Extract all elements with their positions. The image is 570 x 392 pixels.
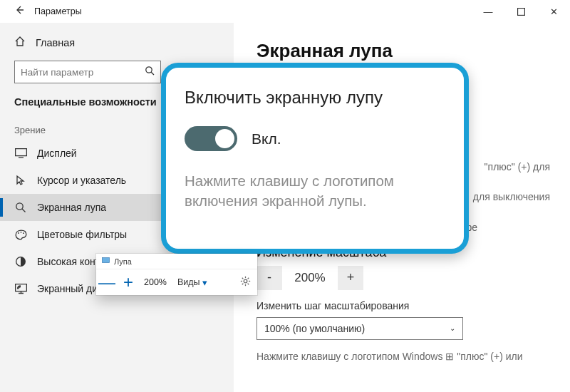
magnifier-toggle[interactable] — [185, 126, 237, 151]
overlay-heading: Включить экранную лупу — [185, 88, 445, 108]
magnifier-toolbar-row: — + 200% Виды ▾ — [96, 269, 257, 295]
chevron-down-icon: ⌄ — [450, 324, 455, 332]
contrast-icon — [14, 255, 27, 268]
titlebar-left: Параметры — [0, 0, 82, 23]
bottom-hint: Нажмите клавишу с логотипом Windows ⊞ "п… — [256, 350, 556, 364]
svg-point-6 — [23, 232, 24, 234]
page-title: Экранная лупа — [256, 40, 556, 62]
magnifier-toolbar-title: Лупа — [114, 257, 132, 266]
magnifier-settings-button[interactable] — [233, 276, 257, 289]
display-icon — [14, 147, 27, 160]
magnifier-views-menu[interactable]: Виды ▾ — [172, 277, 213, 288]
narrator-icon — [14, 282, 27, 295]
zoom-value: 200% — [285, 266, 335, 290]
close-button[interactable]: ✕ — [537, 0, 570, 23]
magnifier-app-icon — [102, 257, 110, 266]
magnifier-zoom-value: 200% — [139, 277, 172, 287]
cursor-icon — [14, 174, 27, 187]
home-button[interactable]: Главная — [0, 30, 234, 55]
gear-icon — [240, 276, 251, 289]
zoom-in-button[interactable]: + — [338, 266, 363, 290]
svg-point-10 — [244, 279, 247, 283]
toggle-label: Вкл. — [252, 130, 281, 148]
window-title: Параметры — [34, 6, 82, 16]
search-field[interactable] — [21, 67, 145, 78]
home-label: Главная — [36, 37, 75, 48]
svg-rect-9 — [103, 257, 110, 262]
svg-point-4 — [18, 232, 19, 234]
sidebar-item-label: Цветовые фильтры — [37, 229, 127, 240]
magnifier-zoom-in-button[interactable]: + — [118, 269, 139, 295]
maximize-button[interactable] — [504, 0, 537, 23]
zoom-step-select[interactable]: 100% (по умолчанию) ⌄ — [256, 317, 463, 340]
svg-rect-8 — [15, 284, 26, 291]
svg-rect-0 — [517, 8, 524, 15]
magnifier-toolbar[interactable]: Лупа — + 200% Виды ▾ — [96, 254, 257, 295]
toggle-row: Вкл. — [185, 126, 445, 151]
back-icon[interactable] — [14, 5, 24, 18]
minimize-button[interactable]: — — [472, 0, 504, 23]
zoom-stepper: - 200% + — [256, 266, 556, 290]
magnifier-icon — [14, 201, 27, 214]
sidebar-item-label: Экранная лупа — [37, 202, 106, 213]
palette-icon — [14, 228, 27, 241]
zoom-step-value: 100% (по умолчанию) — [264, 323, 365, 334]
home-icon — [14, 36, 26, 49]
dropdown-caret-icon: ▾ — [202, 277, 207, 288]
overlay-description: Нажмите клавишу с логотипом включения эк… — [185, 171, 445, 210]
highlight-overlay: Включить экранную лупу Вкл. Нажмите клав… — [161, 63, 469, 254]
svg-rect-2 — [15, 149, 26, 156]
sidebar-item-label: Дисплей — [37, 148, 77, 159]
search-icon — [145, 66, 155, 78]
magnifier-zoom-out-button[interactable]: — — [96, 269, 118, 295]
search-input[interactable] — [14, 61, 161, 83]
sidebar-item-label: Курсор и указатель — [37, 175, 126, 186]
zoom-out-button[interactable]: - — [256, 266, 282, 290]
magnifier-toolbar-titlebar[interactable]: Лупа — [96, 254, 257, 269]
svg-point-3 — [16, 203, 23, 210]
svg-point-5 — [20, 231, 21, 232]
svg-point-1 — [146, 67, 152, 73]
zoom-step-label: Изменить шаг масштабирования — [256, 300, 556, 311]
toggle-knob — [215, 129, 234, 148]
titlebar: Параметры — ✕ — [0, 0, 570, 23]
